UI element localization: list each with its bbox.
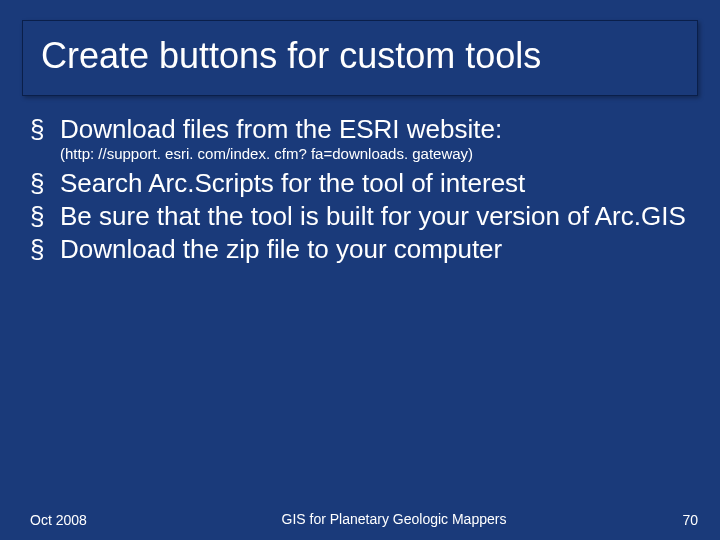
- list-item: Download the zip file to your computer: [30, 234, 690, 265]
- footer-title: GIS for Planetary Geologic Mappers: [130, 511, 658, 528]
- bullet-subnote: (http: //support. esri. com/index. cfm? …: [60, 145, 690, 163]
- bullet-text: Download the zip file to your computer: [60, 234, 502, 264]
- list-item: Search Arc.Scripts for the tool of inter…: [30, 168, 690, 199]
- slide-content: Download files from the ESRI website: (h…: [30, 114, 690, 264]
- title-box: Create buttons for custom tools: [22, 20, 698, 96]
- footer-date: Oct 2008: [30, 512, 130, 528]
- bullet-text: Be sure that the tool is built for your …: [60, 201, 686, 231]
- bullet-text: Search Arc.Scripts for the tool of inter…: [60, 168, 525, 198]
- slide-footer: Oct 2008 GIS for Planetary Geologic Mapp…: [0, 511, 720, 528]
- slide-number: 70: [658, 512, 698, 528]
- list-item: Download files from the ESRI website: (h…: [30, 114, 690, 162]
- slide-title: Create buttons for custom tools: [41, 35, 679, 77]
- bullet-list: Download files from the ESRI website: (h…: [30, 114, 690, 264]
- bullet-text: Download files from the ESRI website:: [60, 114, 502, 144]
- list-item: Be sure that the tool is built for your …: [30, 201, 690, 232]
